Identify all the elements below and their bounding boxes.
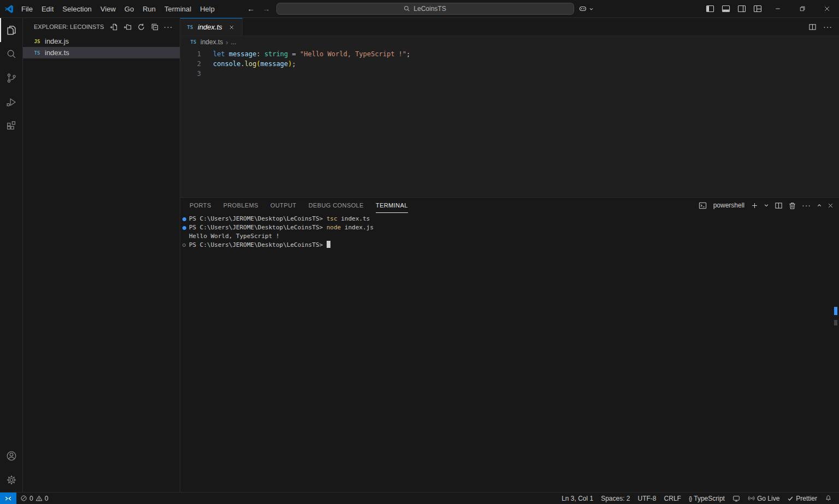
status-monitor-button[interactable] xyxy=(729,493,744,504)
panel-tab-terminal[interactable]: TERMINAL xyxy=(376,198,408,213)
panel-tab-ports[interactable]: PORTS xyxy=(190,198,211,213)
code-text: console.log(message); xyxy=(213,59,296,69)
title-bar: FileEditSelectionViewGoRunTerminalHelp ←… xyxy=(0,0,839,18)
vscode-window: FileEditSelectionViewGoRunTerminalHelp ←… xyxy=(0,0,839,504)
back-button[interactable]: ← xyxy=(246,4,257,13)
minimize-button[interactable] xyxy=(765,0,790,17)
new-file-icon[interactable] xyxy=(108,21,120,33)
close-tab-icon[interactable] xyxy=(227,22,237,32)
more-actions-icon[interactable]: ··· xyxy=(162,21,174,33)
tab-bar: TS index.ts ··· xyxy=(180,18,839,36)
command-center-search[interactable]: LeCoinsTS xyxy=(276,3,574,15)
close-panel-icon[interactable] xyxy=(828,203,834,209)
search-icon xyxy=(5,48,17,60)
braces-icon: {} xyxy=(689,495,692,502)
editor-actions: ··· xyxy=(808,18,839,35)
prettier-status[interactable]: Prettier xyxy=(783,493,821,504)
encoding-status[interactable]: UTF-8 xyxy=(634,493,660,504)
language-mode[interactable]: {} TypeScript xyxy=(685,493,729,504)
breadcrumb-symbol[interactable]: ... xyxy=(231,38,237,46)
menu-edit[interactable]: Edit xyxy=(37,3,58,15)
split-terminal-icon[interactable] xyxy=(775,201,783,210)
settings-button[interactable] xyxy=(0,468,22,492)
toggle-panel-icon[interactable] xyxy=(718,0,734,17)
collapse-folders-icon[interactable] xyxy=(149,21,161,33)
menu-terminal[interactable]: Terminal xyxy=(160,3,196,15)
panel-header: PORTSPROBLEMSOUTPUTDEBUG CONSOLETERMINAL… xyxy=(180,198,839,213)
terminal-line: Hello World, TypeScript ! xyxy=(180,232,839,241)
terminal-shell-label[interactable]: powershell xyxy=(713,201,745,209)
source-control-icon xyxy=(5,72,17,84)
main-area: EXPLORER: LECOINSTS ··· xyxy=(0,18,839,492)
split-editor-icon[interactable] xyxy=(808,23,817,31)
indentation-status[interactable]: Spaces: 2 xyxy=(597,493,634,504)
activity-explorer-button[interactable] xyxy=(0,18,22,42)
refresh-icon[interactable] xyxy=(135,21,147,33)
menu-help[interactable]: Help xyxy=(196,3,219,15)
menu-file[interactable]: File xyxy=(17,3,37,15)
problems-status[interactable]: 0 0 xyxy=(16,493,52,504)
code-line: 2console.log(message); xyxy=(180,59,839,69)
command-decoration-icon xyxy=(182,244,186,247)
title-bar-left: FileEditSelectionViewGoRunTerminalHelp xyxy=(0,3,219,15)
toggle-secondary-sidebar-icon[interactable] xyxy=(734,0,749,17)
panel-tab-problems[interactable]: PROBLEMS xyxy=(223,198,258,213)
kill-terminal-icon[interactable] xyxy=(788,201,796,210)
activity-bar-spacer xyxy=(0,138,22,444)
copilot-button[interactable] xyxy=(578,4,594,13)
maximize-panel-icon[interactable] xyxy=(817,203,822,208)
activity-source-control-button[interactable] xyxy=(0,66,22,90)
editor-more-actions-icon[interactable]: ··· xyxy=(823,23,832,31)
code-area[interactable]: 1let message: string = "Hello World, Typ… xyxy=(180,48,839,197)
panel-more-actions-icon[interactable]: ··· xyxy=(802,201,811,209)
chevron-right-icon: › xyxy=(226,38,228,46)
terminal-profile-chevron-icon[interactable] xyxy=(764,203,769,208)
panel-tab-debug-console[interactable]: DEBUG CONSOLE xyxy=(309,198,364,213)
chevron-down-icon xyxy=(589,7,594,11)
restore-button[interactable] xyxy=(790,0,814,17)
search-icon xyxy=(404,5,410,12)
menu-go[interactable]: Go xyxy=(120,3,138,15)
notifications-button[interactable] xyxy=(821,493,836,504)
close-window-button[interactable] xyxy=(814,0,839,17)
remote-indicator[interactable] xyxy=(0,493,16,504)
cursor-position[interactable]: Ln 3, Col 1 xyxy=(558,493,597,504)
files-icon xyxy=(5,24,17,36)
typescript-file-icon: TS xyxy=(189,39,198,45)
accounts-button[interactable] xyxy=(0,444,22,468)
terminal-output[interactable]: PS C:\Users\JEROME\Desktop\LeCoinsTS> ts… xyxy=(180,213,839,492)
new-folder-icon[interactable] xyxy=(121,21,133,33)
line-number: 2 xyxy=(180,59,201,69)
file-item-index.ts[interactable]: TSindex.ts xyxy=(23,47,180,58)
explorer-title: EXPLORER: LECOINSTS xyxy=(34,23,104,30)
activity-search-button[interactable] xyxy=(0,42,22,66)
bell-icon xyxy=(825,495,832,502)
activity-extensions-button[interactable] xyxy=(0,114,22,138)
forward-button[interactable]: → xyxy=(261,4,272,13)
explorer-header: EXPLORER: LECOINSTS ··· xyxy=(23,18,180,35)
panel-tab-output[interactable]: OUTPUT xyxy=(270,198,297,213)
breadcrumb[interactable]: TS index.ts › ... xyxy=(180,36,839,48)
menu-selection[interactable]: Selection xyxy=(58,3,96,15)
eol-status[interactable]: CRLF xyxy=(660,493,685,504)
warning-count: 0 xyxy=(45,495,49,502)
panel-actions: powershell ··· xyxy=(699,201,834,210)
file-item-index.js[interactable]: JSindex.js xyxy=(23,35,180,47)
breadcrumb-file[interactable]: index.ts xyxy=(200,38,223,46)
toggle-sidebar-icon[interactable] xyxy=(702,0,718,17)
copilot-icon xyxy=(578,4,587,13)
go-live-button[interactable]: Go Live xyxy=(744,493,783,504)
activity-run-debug-button[interactable] xyxy=(0,90,22,114)
line-number: 1 xyxy=(180,49,201,59)
tab-index-ts[interactable]: TS index.ts xyxy=(180,18,243,35)
new-terminal-icon[interactable] xyxy=(751,202,758,209)
menu-view[interactable]: View xyxy=(96,3,120,15)
go-live-label: Go Live xyxy=(757,495,779,502)
terminal-line: PS C:\Users\JEROME\Desktop\LeCoinsTS> ts… xyxy=(180,215,839,223)
activity-bar xyxy=(0,18,23,492)
customize-layout-icon[interactable] xyxy=(749,0,765,17)
menu-run[interactable]: Run xyxy=(138,3,160,15)
run-debug-icon xyxy=(5,96,17,108)
language-label: TypeScript xyxy=(694,495,725,502)
title-bar-right xyxy=(702,0,839,17)
